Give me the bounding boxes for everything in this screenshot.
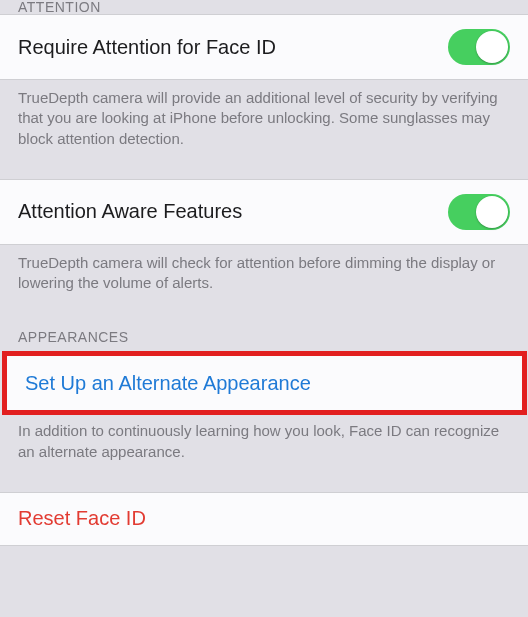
highlight-annotation: Set Up an Alternate Appearance [2,351,527,415]
section-header-appearances: APPEARANCES [0,323,528,353]
row-label: Set Up an Alternate Appearance [25,372,311,395]
row-attention-aware[interactable]: Attention Aware Features [0,179,528,245]
toggle-attention-aware[interactable] [448,194,510,230]
toggle-knob [476,31,508,63]
spacer [0,470,528,492]
toggle-knob [476,196,508,228]
row-alternate-appearance[interactable]: Set Up an Alternate Appearance [7,356,522,410]
spacer [0,546,528,580]
row-label: Reset Face ID [18,507,146,530]
spacer [0,157,528,179]
spacer [0,301,528,323]
footer-attention-aware: TrueDepth camera will check for attentio… [0,245,528,302]
row-reset-face-id[interactable]: Reset Face ID [0,492,528,546]
footer-require-attention: TrueDepth camera will provide an additio… [0,80,528,157]
row-require-attention[interactable]: Require Attention for Face ID [0,14,528,80]
row-label: Require Attention for Face ID [18,36,276,59]
footer-alternate-appearance: In addition to continuously learning how… [0,413,528,470]
section-header-attention: ATTENTION [0,0,528,14]
row-label: Attention Aware Features [18,200,242,223]
toggle-require-attention[interactable] [448,29,510,65]
